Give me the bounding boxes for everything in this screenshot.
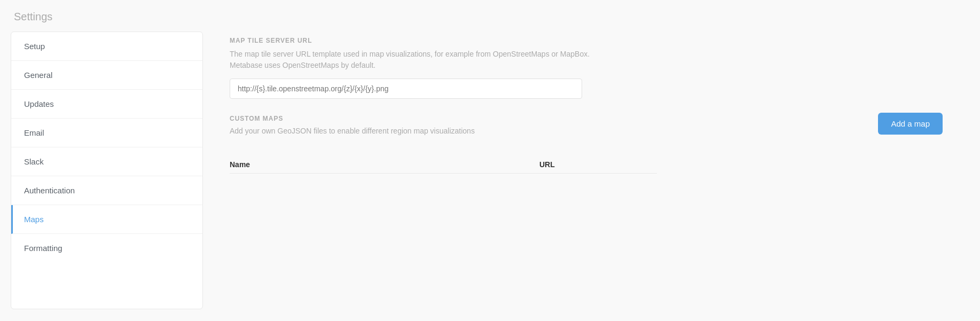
map-tile-server-desc-line2: Metabase uses OpenStreetMaps by default. xyxy=(230,61,375,69)
page-title: Settings xyxy=(11,11,964,23)
sidebar-item-formatting[interactable]: Formatting xyxy=(11,234,202,262)
sidebar-item-label: Formatting xyxy=(24,244,62,253)
sidebar-item-label: Authentication xyxy=(24,186,75,195)
sidebar-item-label: Slack xyxy=(24,157,44,166)
sidebar-item-maps[interactable]: Maps xyxy=(11,205,202,234)
custom-maps-header: CUSTOM MAPS Add your own GeoJSON files t… xyxy=(230,115,943,144)
custom-maps-table-header: Name URL xyxy=(230,155,657,174)
sidebar-item-label: Email xyxy=(24,128,44,137)
sidebar-item-label: Updates xyxy=(24,99,54,108)
custom-maps-title: CUSTOM MAPS xyxy=(230,115,475,122)
custom-maps-info: CUSTOM MAPS Add your own GeoJSON files t… xyxy=(230,115,475,144)
add-map-button[interactable]: Add a map xyxy=(878,113,943,135)
custom-maps-section: CUSTOM MAPS Add your own GeoJSON files t… xyxy=(230,115,943,174)
table-header-url: URL xyxy=(539,160,555,169)
map-tile-server-desc-line1: The map tile server URL template used in… xyxy=(230,50,590,58)
sidebar-item-label: Setup xyxy=(24,42,45,51)
sidebar-item-slack[interactable]: Slack xyxy=(11,147,202,176)
sidebar-item-general[interactable]: General xyxy=(11,61,202,90)
sidebar-item-setup[interactable]: Setup xyxy=(11,32,202,61)
sidebar-item-email[interactable]: Email xyxy=(11,119,202,147)
map-tile-server-input[interactable] xyxy=(230,79,582,99)
main-content: MAP TILE SERVER URL The map tile server … xyxy=(203,32,964,321)
sidebar-item-label: Maps xyxy=(24,215,44,224)
table-header-name: Name xyxy=(230,160,539,169)
map-tile-server-title: MAP TILE SERVER URL xyxy=(230,37,943,44)
custom-maps-description: Add your own GeoJSON files to enable dif… xyxy=(230,126,475,137)
sidebar-item-updates[interactable]: Updates xyxy=(11,90,202,119)
sidebar-item-label: General xyxy=(24,71,52,80)
sidebar-item-authentication[interactable]: Authentication xyxy=(11,176,202,205)
sidebar: Setup General Updates Email Slack Authen… xyxy=(11,32,203,309)
map-tile-server-description: The map tile server URL template used in… xyxy=(230,49,636,71)
map-tile-server-section: MAP TILE SERVER URL The map tile server … xyxy=(230,37,943,99)
